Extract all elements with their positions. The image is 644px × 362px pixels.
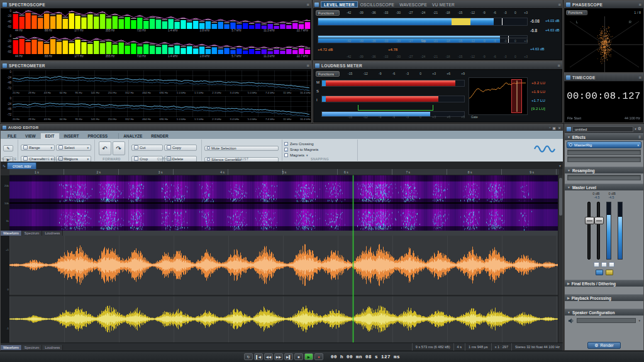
editor-icon (3, 126, 6, 129)
editor-maximize-icon[interactable]: ▣ (552, 126, 556, 130)
fader-left[interactable] (587, 202, 591, 260)
tab-vu-meter[interactable]: VU METER (430, 3, 457, 7)
preset-dropdown-icon[interactable]: ▾ (635, 127, 636, 131)
add-effect-icon[interactable]: ≡ (638, 135, 641, 139)
fader-handle-left[interactable] (585, 217, 594, 224)
file-tab[interactable]: crows.wav (7, 162, 36, 169)
speaker-config-dropdown-icon[interactable]: ▾ (638, 319, 640, 322)
speaker-config-select[interactable] (577, 318, 636, 323)
spectrogram-view[interactable] (9, 175, 559, 231)
tab-process[interactable]: PROCESS (83, 133, 112, 139)
mono-button[interactable] (601, 262, 607, 267)
go-end-button[interactable]: ▶▌ (284, 353, 293, 360)
ribbon-group-cutting: CutCopy CropDelete CUTTING (129, 140, 202, 161)
redo-button[interactable]: ↷ (113, 141, 125, 155)
tab-insert[interactable]: INSERT (60, 133, 84, 139)
tab-edit[interactable]: EDIT (40, 133, 60, 139)
functions-button[interactable]: Functions▾ (566, 10, 587, 15)
status-tab-spectrum[interactable]: Spectrum (22, 345, 43, 350)
reset-peaks-button[interactable] (609, 262, 614, 267)
view-tab-spectrum[interactable]: Spectrum (22, 231, 43, 236)
playhead-cursor[interactable] (353, 175, 353, 343)
editor-minimize-icon[interactable]: ▫ (549, 126, 550, 129)
panel-menu-icon[interactable]: ≡ (558, 3, 561, 7)
panel-menu-icon[interactable]: ≡ (558, 63, 560, 68)
effect-power-icon[interactable] (569, 143, 572, 146)
editor-titlebar: AUDIO EDITOR ▫ ▣ ✕ (1, 124, 563, 131)
bypass-button[interactable] (606, 270, 613, 275)
range-button[interactable]: Range▾ (21, 145, 55, 151)
stop-button[interactable]: ■ (294, 353, 303, 360)
edit-mouse-mode-button[interactable]: ✎ (3, 145, 13, 151)
fader-right[interactable] (597, 202, 600, 260)
time-ruler[interactable]: 1 s2 s3 s4 s5 s6 s7 s8 s9 s (9, 169, 559, 175)
panel-menu-icon[interactable]: ≡ (639, 75, 641, 80)
vertical-scrollbar[interactable] (558, 175, 563, 343)
phase-zoom-label: 1 / 8 (634, 11, 641, 14)
view-tab-loudness[interactable]: Loudness (42, 231, 63, 236)
row-label-s: S (316, 89, 319, 93)
effect-slot-masterrig[interactable]: MasterRig ▾ (567, 141, 641, 148)
status-tab-waveform[interactable]: Waveform (1, 345, 22, 350)
scrollbar-thumb[interactable] (559, 178, 562, 216)
master-settings-icon[interactable]: ⚙ (638, 126, 641, 131)
link-faders-button[interactable] (594, 262, 599, 267)
resampling-section-header[interactable]: ▼Resampling (565, 167, 643, 173)
editor-close-icon[interactable]: ✕ (558, 126, 561, 130)
final-effects-section-header[interactable]: ▶Final Effects / Dithering (565, 280, 643, 287)
speaker-config-section-header[interactable]: ▼Speaker Configuration (565, 309, 643, 315)
tab-oscilloscope[interactable]: OSCILLOSCOPE (358, 3, 397, 7)
effect-slot-empty[interactable] (567, 150, 641, 155)
waveform-view[interactable] (9, 236, 559, 343)
render-button[interactable]: ⚙ Render (587, 342, 621, 349)
effect-slot-empty[interactable] (567, 156, 641, 162)
effects-section-header[interactable]: ▼Effects ≡ (565, 133, 643, 140)
scale-label: -39 (359, 55, 364, 58)
playback-processing-section-header[interactable]: ▶Playback Processing (565, 294, 643, 301)
tab-wavescope[interactable]: WAVESCOPE (397, 3, 430, 7)
panel-menu-icon[interactable]: ≡ (307, 63, 309, 68)
undo-button[interactable]: ↶ (99, 141, 111, 155)
spectrometer-display-top (13, 70, 311, 91)
freq-label: 1.4 kHz (168, 29, 178, 32)
view-splitter[interactable]: Waveform Spectrum Loudness (1, 231, 563, 236)
bottom-left-value: +4.72 dB (318, 48, 333, 52)
ribbon-group-forward: ↶↷ FORWARD (95, 140, 129, 161)
panel-menu-icon[interactable]: ≡ (307, 3, 309, 7)
functions-button[interactable]: Functions▾ (316, 10, 340, 16)
functions-button[interactable]: Functions▾ (316, 71, 340, 77)
rewind-button[interactable]: ◀◀ (264, 353, 273, 360)
tab-view[interactable]: VIEW (21, 133, 40, 139)
go-start-button[interactable]: ▌◀ (254, 353, 263, 360)
play-button[interactable]: ▶ (304, 353, 313, 360)
fader-handle-right[interactable] (594, 217, 604, 224)
master-level-section-header[interactable]: ▼Master Level (565, 184, 643, 190)
scale-label: -12 (470, 55, 475, 58)
panel-menu-icon[interactable]: ≡ (639, 3, 641, 7)
select-button[interactable]: Select▾ (56, 145, 91, 151)
tab-analyze[interactable]: ANALYZE (118, 133, 147, 139)
status-tab-loudness[interactable]: Loudness (42, 345, 63, 350)
tab-list-icon[interactable]: ▾ (559, 163, 561, 168)
scale-label: +3 (432, 72, 436, 75)
zero-crossing-checkbox[interactable]: ✓Zero Crossing (284, 141, 355, 146)
record-button[interactable]: ● (314, 353, 323, 360)
speaker-monitor-button[interactable] (596, 270, 603, 275)
resampling-slot[interactable] (567, 175, 641, 180)
snap-magnets-checkbox[interactable]: ✓Snap to Magnets (284, 146, 355, 152)
mute-selection-button[interactable]: Mute Selection (204, 146, 279, 151)
preset-combo[interactable]: untitled (572, 126, 633, 132)
select-icon (58, 145, 63, 150)
tab-render[interactable]: RENDER (147, 133, 172, 139)
copy-button[interactable]: Copy (164, 145, 197, 151)
range-icon (23, 145, 28, 150)
view-tab-waveform[interactable]: Waveform (1, 231, 22, 236)
tab-level-meter[interactable]: LEVEL METER (321, 1, 358, 8)
cut-button[interactable]: Cut (131, 145, 163, 151)
tab-file[interactable]: FILE (3, 133, 21, 139)
freq-label: 177 Hz (74, 55, 84, 58)
effect-menu-icon[interactable]: ▾ (637, 143, 639, 147)
fast-forward-button[interactable]: ▶▶ (274, 353, 283, 360)
loop-button[interactable]: ↻ (244, 353, 253, 360)
db-label: -72 (7, 87, 11, 90)
